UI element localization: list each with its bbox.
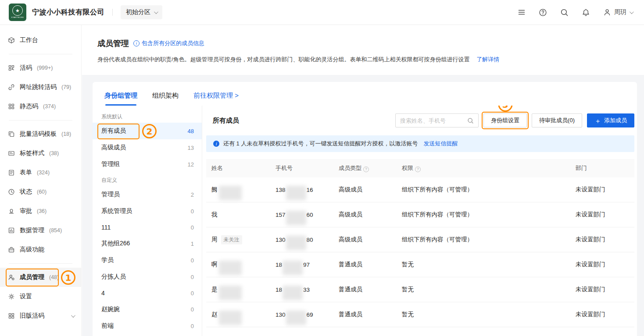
add-member-button[interactable]: ＋ 添加成员 <box>587 113 634 127</box>
group-item-前端[interactable]: 前端0 <box>93 318 202 334</box>
scope-note-text: 包含所有分区的成员信息 <box>142 39 204 47</box>
group-name: 4 <box>101 290 105 297</box>
sidebar-item-advanced-features[interactable]: 高级功能 <box>0 240 81 259</box>
group-item-分拣人员[interactable]: 分拣人员0 <box>93 269 202 285</box>
group-item-管理员[interactable]: 管理员2 <box>93 186 202 203</box>
member-search-box[interactable] <box>395 113 479 127</box>
member-permission-cell: 组织下所有内容（可管理） <box>402 211 576 219</box>
sidebar-item-settings[interactable]: 设置 <box>0 287 81 306</box>
group-item-管理组[interactable]: 管理组12 <box>93 156 202 173</box>
partition-scope-note[interactable]: i 包含所有分区的成员信息 <box>133 39 204 47</box>
help-icon[interactable] <box>539 8 547 17</box>
group-member-count: 1 <box>191 241 194 247</box>
group-item-学员[interactable]: 学员0 <box>93 252 202 269</box>
add-member-label: 添加成员 <box>604 117 627 124</box>
info-icon: i <box>133 40 140 46</box>
sidebar-item-label: 审批 <box>20 207 32 215</box>
phone-suffix: 69 <box>307 311 313 318</box>
group-item-111[interactable]: 1110 <box>93 219 202 235</box>
info-icon: i <box>213 141 219 147</box>
sidebar-item-status[interactable]: 状态(60) <box>0 182 81 202</box>
sidebar-item-static-code[interactable]: 静态码(374) <box>0 97 81 116</box>
group-item-4[interactable]: 40 <box>93 285 202 301</box>
question-circle-icon[interactable]: ? <box>415 166 421 172</box>
notice-text: 还有 1 人未在草料授权过手机号，可一键发送短信提醒对方授权，以激活账号 <box>223 140 418 148</box>
member-permission-cell: 组织下所有内容（可管理） <box>402 186 576 194</box>
phone-suffix: 60 <box>307 212 313 218</box>
pending-members-button[interactable]: 待审批成员(0) <box>532 113 582 127</box>
group-member-count: 0 <box>191 306 194 313</box>
not-followed-tag: 未关注 <box>221 235 242 244</box>
table-row[interactable]: 赵13069普通成员暂无未设置部门 <box>206 302 634 327</box>
notification-bell-icon[interactable] <box>582 8 590 17</box>
group-item-赵婉婉[interactable]: 赵婉婉0 <box>93 301 202 318</box>
tab-permission-management-link[interactable]: 前往权限管理 > <box>193 92 239 106</box>
sidebar-item-count: (854) <box>49 227 62 233</box>
learn-more-link[interactable]: 了解详情 <box>476 56 499 63</box>
group-item-部门经理[interactable]: 部门经理1 <box>93 334 202 336</box>
sidebar-item-data-management[interactable]: 数据管理(854) <box>0 221 81 240</box>
sidebar-item-live-code[interactable]: 活码(999+) <box>0 58 81 78</box>
search-icon[interactable] <box>560 8 569 17</box>
group-item-高级成员[interactable]: 高级成员13 <box>93 139 202 156</box>
group-item-系统管理员[interactable]: 系统管理员0 <box>93 203 202 219</box>
chart-icon <box>8 227 15 234</box>
group-item-所有成员[interactable]: 所有成员482 <box>93 123 202 139</box>
partition-selector[interactable]: 初始分区 <box>121 5 162 19</box>
sidebar-item-url-jump-code[interactable]: 网址跳转活码(79) <box>0 78 81 97</box>
sidebar-item-approval[interactable]: 审批(36) <box>0 202 81 221</box>
member-type-cell: 高级成员 <box>339 211 402 219</box>
sidebar-item-legacy-code[interactable]: 旧版活码 <box>0 306 81 325</box>
redacted-phone-blur <box>286 236 306 250</box>
group-name: 管理员 <box>101 191 120 198</box>
logo-emblem-icon: ★ <box>12 5 23 16</box>
table-row[interactable]: 是1833普通成员暂无未设置部门 <box>206 277 634 302</box>
group-member-count: 12 <box>188 161 194 168</box>
phone-prefix: 138 <box>275 187 286 193</box>
tab-identity-groups[interactable]: 身份组管理 <box>104 92 137 106</box>
table-row[interactable]: 我15760高级成员组织下所有内容（可管理）未设置部门 <box>206 202 634 227</box>
table-row[interactable]: 阙13816高级成员组织下所有内容（可管理）未设置部门 <box>206 177 634 202</box>
redacted-phone-blur <box>286 311 306 325</box>
grid-icon <box>8 312 15 319</box>
group-name: 111 <box>101 224 111 231</box>
group-name: 高级成员 <box>101 144 126 152</box>
member-search-input[interactable] <box>400 117 467 124</box>
menu-icon[interactable] <box>518 8 526 16</box>
redacted-name-blur <box>219 286 242 300</box>
redacted-name-blur <box>219 261 242 275</box>
chevron-down-icon <box>630 10 634 14</box>
table-row[interactable]: 啊1897普通成员暂无未设置部门 <box>206 252 634 277</box>
sidebar-item-workbench[interactable]: 工作台 <box>0 31 81 50</box>
redacted-phone-blur <box>283 286 303 300</box>
table-row[interactable]: 周未关注13080高级成员组织下所有内容（可管理）未设置部门 <box>206 227 634 252</box>
tab-bar: 身份组管理 组织架构 前往权限管理 > <box>93 92 637 106</box>
plus-icon: ＋ <box>594 117 601 124</box>
send-sms-link[interactable]: 发送短信提醒 <box>423 140 458 148</box>
sidebar-item-batch-template[interactable]: 批量活码模板(18) <box>0 124 81 144</box>
sidebar-item-forms[interactable]: 表单(324) <box>0 163 81 182</box>
group-member-count: 0 <box>191 224 194 231</box>
member-department-cell: 未设置部门 <box>576 211 629 219</box>
member-name: 阙 <box>211 186 218 194</box>
question-circle-icon[interactable]: ? <box>363 166 369 172</box>
search-icon <box>467 117 474 124</box>
header-actions: 周玥 <box>518 8 633 17</box>
sidebar-divider <box>9 120 72 120</box>
sidebar-item-label-style[interactable]: 标签样式(38) <box>0 144 81 163</box>
content-card: 身份组管理 组织架构 前往权限管理 > 系统默认所有成员482高级成员13管理组… <box>93 82 637 336</box>
member-department-cell: 未设置部门 <box>576 286 629 294</box>
phone-suffix: 16 <box>307 187 313 193</box>
redacted-name-blur <box>219 186 242 200</box>
tab-org-structure[interactable]: 组织架构 <box>152 92 179 106</box>
group-item-其他组266[interactable]: 其他组2661 <box>93 235 202 252</box>
user-menu[interactable]: 周玥 <box>603 8 633 16</box>
group-settings-button[interactable]: 身份组设置 <box>483 113 527 127</box>
member-permission-cell: 组织下所有内容（可管理） <box>402 236 576 244</box>
members-panel-header: 所有成员 身份组设置 3 待审批成员(0) <box>213 113 634 127</box>
member-phone-cell: 1833 <box>275 283 339 297</box>
sidebar-item-member-management[interactable]: 成员管理(48)1 <box>0 268 81 287</box>
phone-prefix: 18 <box>275 286 282 293</box>
group-name: 学员 <box>101 256 114 264</box>
redacted-name-blur <box>219 311 242 325</box>
